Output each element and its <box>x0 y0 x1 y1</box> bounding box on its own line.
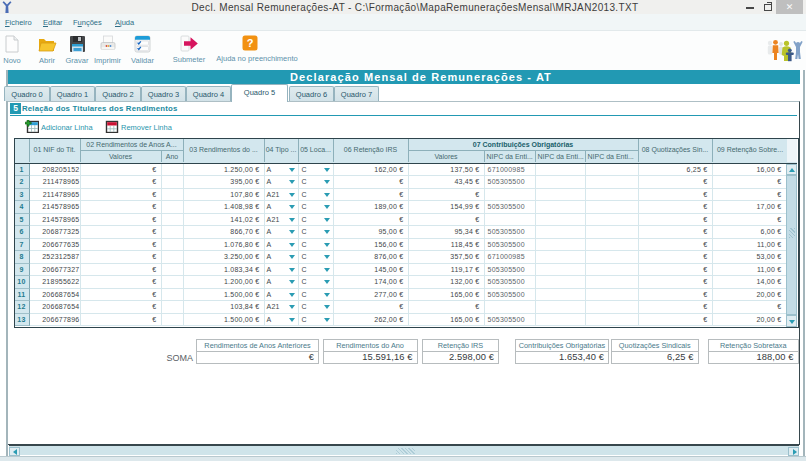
svg-text:?: ? <box>247 37 254 49</box>
